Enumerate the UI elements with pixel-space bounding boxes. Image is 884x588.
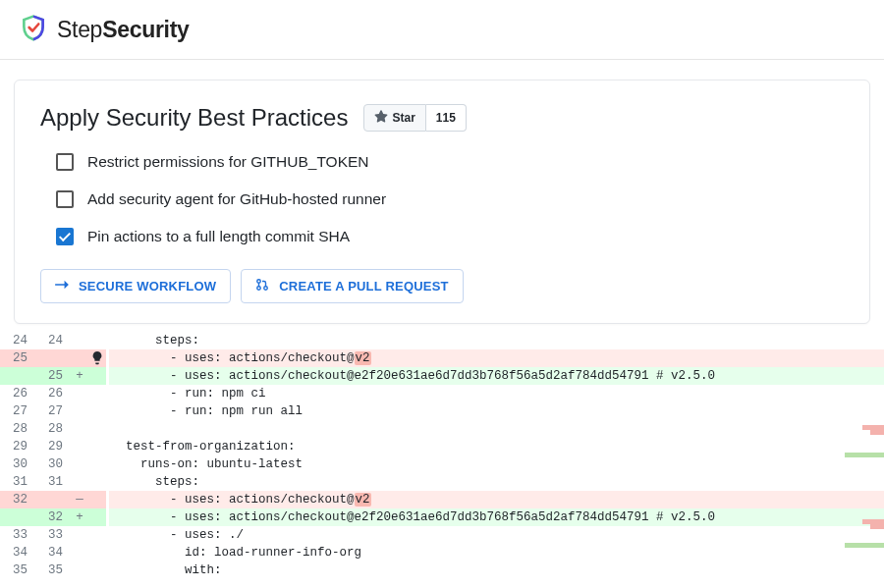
diff-marker: — <box>71 491 88 508</box>
diff-line-add: 25+ - uses: actions/checkout@e2f20e631ae… <box>0 367 884 385</box>
best-practices-card: Apply Security Best Practices Star 115 R… <box>14 80 870 324</box>
code-content[interactable]: - uses: actions/checkout@v2 <box>109 349 884 367</box>
diff-marker <box>71 455 88 473</box>
diff-marker: + <box>71 508 88 526</box>
diff-line-ctx: 2828 <box>0 420 884 438</box>
code-content[interactable]: runs-on: ubuntu-latest <box>109 455 884 473</box>
line-number-old: 30 <box>0 455 35 473</box>
minimap-marker <box>845 453 884 457</box>
diff-line-del: 25 - uses: actions/checkout@v2 <box>0 349 884 367</box>
code-content[interactable]: id: load-runner-info-org <box>109 544 884 561</box>
code-content[interactable]: test-from-organization: <box>109 438 884 455</box>
button-label: CREATE A PULL REQUEST <box>279 279 449 294</box>
line-number-old: 34 <box>0 544 35 561</box>
brand-name: StepSecurity <box>57 17 190 43</box>
secure-workflow-button[interactable]: SECURE WORKFLOW <box>40 269 231 303</box>
lightbulb-icon <box>88 402 106 420</box>
github-star-group: Star 115 <box>363 104 466 132</box>
practice-label: Pin actions to a full length commit SHA <box>87 228 350 245</box>
line-number-new: 35 <box>35 561 71 579</box>
app-header: StepSecurity <box>0 0 884 60</box>
lightbulb-icon <box>88 332 106 349</box>
line-number-new: 29 <box>35 438 71 455</box>
lightbulb-icon <box>88 544 106 561</box>
line-number-old: 24 <box>0 332 35 349</box>
line-number-new: 34 <box>35 544 71 561</box>
practice-checkbox-item[interactable]: Restrict permissions for GITHUB_TOKEN <box>56 153 844 171</box>
diff-line-add: 32+ - uses: actions/checkout@e2f20e631ae… <box>0 508 884 526</box>
diff-marker <box>71 438 88 455</box>
diff-line-ctx: 3535 with: <box>0 561 884 579</box>
diff-marker <box>71 420 88 438</box>
svg-point-1 <box>257 287 261 291</box>
checkbox-icon <box>56 190 74 208</box>
git-pull-request-icon <box>255 278 269 294</box>
code-content[interactable]: - uses: actions/checkout@e2f20e631ae6d7d… <box>109 508 884 526</box>
code-content[interactable]: - uses: actions/checkout@e2f20e631ae6d7d… <box>109 367 884 385</box>
diff-marker <box>71 544 88 561</box>
minimap-marker <box>845 543 884 548</box>
diff-line-ctx: 3030 runs-on: ubuntu-latest <box>0 455 884 473</box>
star-button[interactable]: Star <box>363 104 425 132</box>
diff-minimap[interactable] <box>845 425 884 553</box>
diff-line-del: 32— - uses: actions/checkout@v2 <box>0 491 884 508</box>
lightbulb-icon <box>88 367 106 385</box>
line-number-new: 25 <box>35 367 71 385</box>
code-content[interactable]: steps: <box>109 332 884 349</box>
line-number-new: 31 <box>35 473 71 491</box>
star-count[interactable]: 115 <box>426 104 467 132</box>
code-content[interactable] <box>109 420 884 438</box>
line-number-new: 28 <box>35 420 71 438</box>
create-pull-request-button[interactable]: CREATE A PULL REQUEST <box>241 269 464 303</box>
line-number-new <box>35 349 71 367</box>
line-number-new: 26 <box>35 385 71 402</box>
line-number-new: 33 <box>35 526 71 544</box>
line-number-old: 26 <box>0 385 35 402</box>
lightbulb-icon <box>88 438 106 455</box>
diff-line-ctx: 3131 steps: <box>0 473 884 491</box>
lightbulb-icon <box>88 561 106 579</box>
minimap-marker <box>870 430 884 435</box>
lightbulb-icon <box>88 420 106 438</box>
diff-marker <box>71 526 88 544</box>
svg-point-0 <box>257 280 261 284</box>
diff-line-ctx: 3434 id: load-runner-info-org <box>0 544 884 561</box>
checkbox-icon <box>56 153 74 171</box>
star-label: Star <box>392 111 414 125</box>
code-content[interactable]: - run: npm run all <box>109 402 884 420</box>
lightbulb-icon <box>88 385 106 402</box>
line-number-old: 32 <box>0 491 35 508</box>
line-number-new: 30 <box>35 455 71 473</box>
lightbulb-icon <box>88 526 106 544</box>
line-number-old: 28 <box>0 420 35 438</box>
diff-marker <box>71 332 88 349</box>
practice-checkbox-item[interactable]: Add security agent for GitHub-hosted run… <box>56 190 844 208</box>
code-content[interactable]: with: <box>109 561 884 579</box>
removed-token: v2 <box>355 493 371 507</box>
shield-check-icon <box>20 14 47 45</box>
code-content[interactable]: - uses: ./ <box>109 526 884 544</box>
code-content[interactable]: steps: <box>109 473 884 491</box>
line-number-new: 24 <box>35 332 71 349</box>
diff-line-ctx: 2727 - run: npm run all <box>0 402 884 420</box>
code-content[interactable]: - run: npm ci <box>109 385 884 402</box>
page-title: Apply Security Best Practices <box>40 104 348 132</box>
minimap-marker <box>870 524 884 529</box>
practice-checkbox-item[interactable]: Pin actions to a full length commit SHA <box>56 228 844 245</box>
line-number-old: 27 <box>0 402 35 420</box>
code-content[interactable]: - uses: actions/checkout@v2 <box>109 491 884 508</box>
line-number-old: 35 <box>0 561 35 579</box>
diff-line-ctx: 2424 steps: <box>0 332 884 349</box>
diff-marker <box>71 385 88 402</box>
diff-line-ctx: 2626 - run: npm ci <box>0 385 884 402</box>
lightbulb-icon[interactable] <box>88 349 106 367</box>
line-number-old: 31 <box>0 473 35 491</box>
lightbulb-icon <box>88 508 106 526</box>
line-number-old <box>0 508 35 526</box>
diff-marker <box>71 561 88 579</box>
svg-point-2 <box>264 287 268 291</box>
line-number-old <box>0 367 35 385</box>
diff-line-ctx: 3333 - uses: ./ <box>0 526 884 544</box>
line-number-old: 25 <box>0 349 35 367</box>
brand-logo[interactable]: StepSecurity <box>20 14 190 45</box>
